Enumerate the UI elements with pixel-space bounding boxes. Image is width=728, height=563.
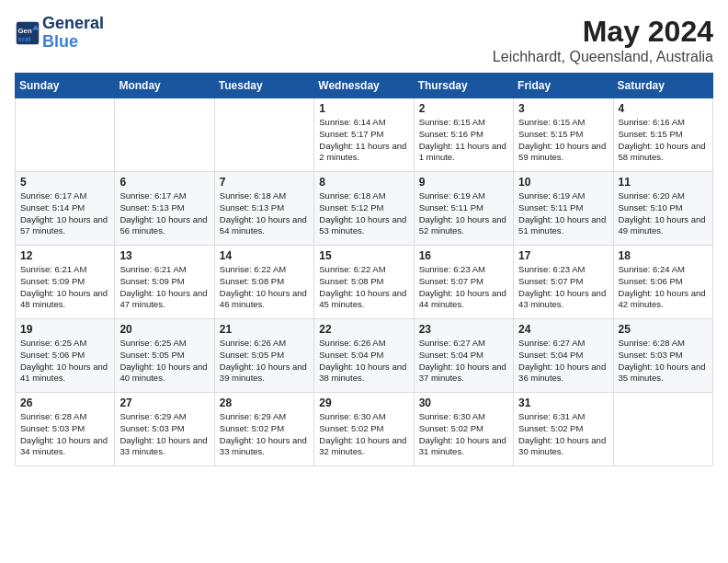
- calendar-cell: 2Sunrise: 6:15 AMSunset: 5:16 PMDaylight…: [414, 98, 513, 172]
- day-number: 1: [319, 102, 408, 115]
- weekday-header: Thursday: [414, 74, 513, 98]
- cell-info: Sunrise: 6:22 AMSunset: 5:08 PMDaylight:…: [220, 264, 309, 311]
- day-number: 25: [619, 323, 708, 336]
- calendar-cell: 18Sunrise: 6:24 AMSunset: 5:06 PMDayligh…: [613, 246, 712, 319]
- day-number: 11: [619, 176, 708, 189]
- day-number: 6: [119, 176, 209, 189]
- cell-info: Sunrise: 6:29 AMSunset: 5:02 PMDaylight:…: [220, 411, 309, 458]
- cell-info: Sunrise: 6:28 AMSunset: 5:03 PMDaylight:…: [619, 338, 708, 385]
- calendar-week: 5Sunrise: 6:17 AMSunset: 5:14 PMDaylight…: [16, 172, 713, 246]
- calendar-header: SundayMondayTuesdayWednesdayThursdayFrid…: [16, 74, 713, 98]
- cell-info: Sunrise: 6:31 AMSunset: 5:02 PMDaylight:…: [518, 411, 608, 458]
- cell-info: Sunrise: 6:25 AMSunset: 5:06 PMDaylight:…: [20, 338, 109, 385]
- weekday-header: Wednesday: [314, 74, 414, 98]
- cell-info: Sunrise: 6:24 AMSunset: 5:06 PMDaylight:…: [619, 264, 708, 311]
- calendar-cell: 8Sunrise: 6:18 AMSunset: 5:12 PMDaylight…: [314, 172, 414, 246]
- cell-info: Sunrise: 6:30 AMSunset: 5:02 PMDaylight:…: [419, 411, 508, 458]
- calendar-body: 1Sunrise: 6:14 AMSunset: 5:17 PMDaylight…: [16, 98, 713, 466]
- calendar-cell: 12Sunrise: 6:21 AMSunset: 5:09 PMDayligh…: [16, 246, 115, 319]
- cell-info: Sunrise: 6:26 AMSunset: 5:04 PMDaylight:…: [319, 338, 408, 385]
- cell-info: Sunrise: 6:22 AMSunset: 5:08 PMDaylight:…: [319, 264, 408, 311]
- cell-info: Sunrise: 6:18 AMSunset: 5:13 PMDaylight:…: [220, 190, 309, 237]
- svg-text:Gen: Gen: [18, 27, 32, 35]
- calendar-cell: 25Sunrise: 6:28 AMSunset: 5:03 PMDayligh…: [613, 319, 712, 393]
- calendar-cell: 26Sunrise: 6:28 AMSunset: 5:03 PMDayligh…: [16, 393, 115, 466]
- day-number: 13: [119, 249, 209, 262]
- day-number: 3: [518, 102, 608, 115]
- weekday-header: Friday: [514, 74, 613, 98]
- day-number: 27: [119, 396, 209, 409]
- logo-text: GeneralBlue: [42, 15, 104, 52]
- cell-info: Sunrise: 6:18 AMSunset: 5:12 PMDaylight:…: [319, 190, 408, 237]
- cell-info: Sunrise: 6:21 AMSunset: 5:09 PMDaylight:…: [119, 264, 209, 311]
- cell-info: Sunrise: 6:21 AMSunset: 5:09 PMDaylight:…: [20, 264, 109, 311]
- day-number: 30: [419, 396, 508, 409]
- day-number: 29: [319, 396, 408, 409]
- logo: Gen eral GeneralBlue: [15, 15, 104, 52]
- cell-info: Sunrise: 6:14 AMSunset: 5:17 PMDaylight:…: [319, 117, 408, 164]
- cell-info: Sunrise: 6:28 AMSunset: 5:03 PMDaylight:…: [20, 411, 109, 458]
- calendar-cell: 11Sunrise: 6:20 AMSunset: 5:10 PMDayligh…: [613, 172, 712, 246]
- cell-info: Sunrise: 6:29 AMSunset: 5:03 PMDaylight:…: [119, 411, 209, 458]
- weekday-header: Sunday: [16, 74, 115, 98]
- day-number: 16: [419, 249, 508, 262]
- cell-info: Sunrise: 6:23 AMSunset: 5:07 PMDaylight:…: [518, 264, 608, 311]
- header: Gen eral GeneralBlue May 2024 Leichhardt…: [15, 15, 713, 65]
- calendar-cell: 1Sunrise: 6:14 AMSunset: 5:17 PMDaylight…: [314, 98, 414, 172]
- logo-icon: Gen eral: [15, 20, 40, 46]
- cell-info: Sunrise: 6:17 AMSunset: 5:14 PMDaylight:…: [20, 190, 109, 237]
- calendar-cell: 19Sunrise: 6:25 AMSunset: 5:06 PMDayligh…: [16, 319, 115, 393]
- day-number: 18: [619, 249, 708, 262]
- calendar-cell: 31Sunrise: 6:31 AMSunset: 5:02 PMDayligh…: [514, 393, 613, 466]
- day-number: 23: [419, 323, 508, 336]
- cell-info: Sunrise: 6:25 AMSunset: 5:05 PMDaylight:…: [119, 338, 209, 385]
- calendar-cell: 22Sunrise: 6:26 AMSunset: 5:04 PMDayligh…: [314, 319, 414, 393]
- cell-info: Sunrise: 6:15 AMSunset: 5:16 PMDaylight:…: [419, 117, 508, 164]
- day-number: 21: [220, 323, 309, 336]
- calendar-cell: 20Sunrise: 6:25 AMSunset: 5:05 PMDayligh…: [115, 319, 214, 393]
- day-number: 28: [220, 396, 309, 409]
- calendar-week: 12Sunrise: 6:21 AMSunset: 5:09 PMDayligh…: [16, 246, 713, 319]
- month-title: May 2024: [493, 15, 713, 49]
- day-number: 31: [518, 396, 608, 409]
- calendar-cell: [214, 98, 313, 172]
- calendar-cell: 4Sunrise: 6:16 AMSunset: 5:15 PMDaylight…: [613, 98, 712, 172]
- weekday-header: Monday: [115, 74, 214, 98]
- calendar-week: 19Sunrise: 6:25 AMSunset: 5:06 PMDayligh…: [16, 319, 713, 393]
- location-title: Leichhardt, Queensland, Australia: [493, 49, 713, 65]
- calendar-cell: 14Sunrise: 6:22 AMSunset: 5:08 PMDayligh…: [214, 246, 313, 319]
- cell-info: Sunrise: 6:15 AMSunset: 5:15 PMDaylight:…: [518, 117, 608, 164]
- calendar-cell: 6Sunrise: 6:17 AMSunset: 5:13 PMDaylight…: [115, 172, 214, 246]
- calendar-cell: [16, 98, 115, 172]
- day-number: 22: [319, 323, 408, 336]
- cell-info: Sunrise: 6:16 AMSunset: 5:15 PMDaylight:…: [619, 117, 708, 164]
- day-number: 14: [220, 249, 309, 262]
- calendar-cell: [613, 393, 712, 466]
- day-number: 2: [419, 102, 508, 115]
- calendar-cell: 15Sunrise: 6:22 AMSunset: 5:08 PMDayligh…: [314, 246, 414, 319]
- calendar-cell: 9Sunrise: 6:19 AMSunset: 5:11 PMDaylight…: [414, 172, 513, 246]
- calendar-cell: [115, 98, 214, 172]
- calendar-week: 1Sunrise: 6:14 AMSunset: 5:17 PMDaylight…: [16, 98, 713, 172]
- weekday-header: Tuesday: [214, 74, 313, 98]
- calendar-cell: 10Sunrise: 6:19 AMSunset: 5:11 PMDayligh…: [514, 172, 613, 246]
- day-number: 5: [20, 176, 109, 189]
- day-number: 17: [518, 249, 608, 262]
- calendar-cell: 3Sunrise: 6:15 AMSunset: 5:15 PMDaylight…: [514, 98, 613, 172]
- calendar-cell: 21Sunrise: 6:26 AMSunset: 5:05 PMDayligh…: [214, 319, 313, 393]
- day-number: 9: [419, 176, 508, 189]
- day-number: 10: [518, 176, 608, 189]
- title-area: May 2024 Leichhardt, Queensland, Austral…: [493, 15, 713, 65]
- cell-info: Sunrise: 6:26 AMSunset: 5:05 PMDaylight:…: [220, 338, 309, 385]
- cell-info: Sunrise: 6:19 AMSunset: 5:11 PMDaylight:…: [419, 190, 508, 237]
- day-number: 20: [119, 323, 209, 336]
- day-number: 26: [20, 396, 109, 409]
- cell-info: Sunrise: 6:20 AMSunset: 5:10 PMDaylight:…: [619, 190, 708, 237]
- day-number: 15: [319, 249, 408, 262]
- cell-info: Sunrise: 6:27 AMSunset: 5:04 PMDaylight:…: [518, 338, 608, 385]
- calendar-cell: 7Sunrise: 6:18 AMSunset: 5:13 PMDaylight…: [214, 172, 313, 246]
- day-number: 24: [518, 323, 608, 336]
- cell-info: Sunrise: 6:30 AMSunset: 5:02 PMDaylight:…: [319, 411, 408, 458]
- cell-info: Sunrise: 6:17 AMSunset: 5:13 PMDaylight:…: [119, 190, 209, 237]
- calendar-cell: 27Sunrise: 6:29 AMSunset: 5:03 PMDayligh…: [115, 393, 214, 466]
